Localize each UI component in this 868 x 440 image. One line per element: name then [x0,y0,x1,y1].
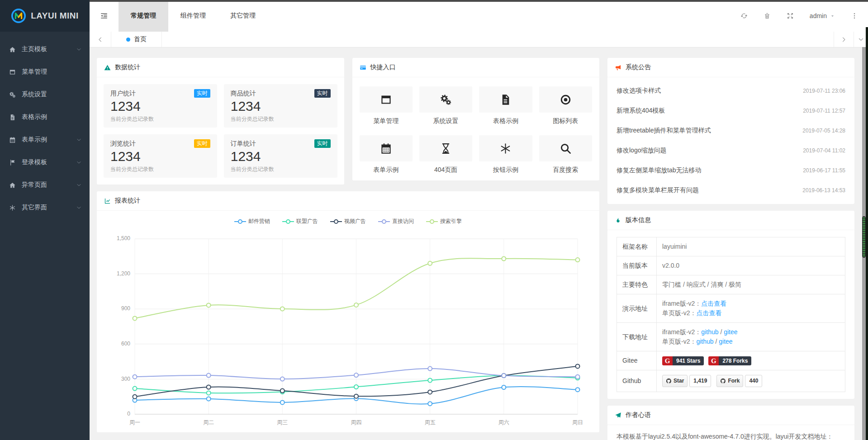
content-right-column: 系统公告 修改选项卡样式 2019-07-11 23:06新增系统404模板 2… [607,58,854,440]
module-tab-组件管理[interactable]: 组件管理 [168,0,218,32]
notice-card-title: 系统公告 [626,63,651,71]
home-icon [9,46,18,53]
sidebar-item-表格示例[interactable]: 表格示例 [0,106,90,128]
sidebar-item-表单示例[interactable]: 表单示例 [0,128,90,151]
quick-entry-表单示例[interactable]: 表单示例 [360,135,413,174]
status-badge: 实时 [314,139,331,148]
notice-date: 2019-07-11 12:57 [803,108,845,114]
layui-logo-icon [11,8,26,24]
version-row-value: v2.0.0 [657,256,845,275]
sidebar-item-label: 主页模板 [22,45,76,53]
more-menu-icon[interactable] [851,12,858,19]
gitee-badge[interactable]: G941 Stars [662,356,704,365]
quick-entry-百度搜索[interactable]: 百度搜索 [539,135,592,174]
legend-item-联盟广告[interactable]: 联盟广告 [282,218,318,225]
notice-list: 修改选项卡样式 2019-07-11 23:06新增系统404模板 2019-0… [607,77,854,204]
report-card-title: 报表统计 [115,197,140,205]
version-row-label: Gitee [617,351,657,370]
link-gitee[interactable]: gitee [724,328,737,336]
sidebar-item-label: 异常页面 [22,181,76,189]
quick-entry-card: 快捷入口 菜单管理 系统设置 表格示例 图标列表 表单示例 404页面 按钮示例… [352,58,600,180]
svg-text:周一: 周一 [129,419,140,426]
page-tab-首页[interactable]: 首页 [111,32,162,47]
caret-down-icon [830,14,835,19]
sidebar-item-登录模板[interactable]: 登录模板 [0,151,90,174]
quick-entry-菜单管理[interactable]: 菜单管理 [360,86,413,125]
notice-item[interactable]: 新增系统404模板 2019-07-11 12:57 [617,101,845,121]
link-点击查看[interactable]: 点击查看 [696,309,721,317]
sidebar-item-异常页面[interactable]: 异常页面 [0,174,90,196]
svg-text:1,200: 1,200 [117,270,130,277]
quick-entry-图标列表[interactable]: 图标列表 [539,86,592,125]
notice-item[interactable]: 新增treetable插件和菜单管理样式 2019-07-05 14:28 [617,121,845,141]
notice-item[interactable]: 修复多模块菜单栏展开有问题 2019-06-13 14:53 [617,180,845,200]
stats-card-title: 数据统计 [115,63,140,71]
legend-label: 直接访问 [392,218,414,225]
quick-entry-404页面[interactable]: 404页面 [419,135,472,174]
stat-label: 浏览统计 [110,140,136,148]
quick-card-title: 快捷入口 [370,63,396,71]
sidebar-item-主页模板[interactable]: 主页模板 [0,38,90,61]
github-badge[interactable]: Fork440 [716,375,762,387]
sidebar-item-label: 菜单管理 [22,68,81,76]
version-row-label: 当前版本 [617,256,657,275]
svg-text:周日: 周日 [572,419,583,426]
module-tab-其它管理[interactable]: 其它管理 [218,0,268,32]
legend-item-视频广告[interactable]: 视频广告 [330,218,366,225]
tabs-scroll-right-button[interactable] [834,32,854,47]
content: 数据统计 用户统计 实时 1234 当前分类总记录数商品统计 实时 1234 当… [90,47,868,440]
author-card: 作者心语 本模板基于layui2.5.4以及font-awesome-4.7.0… [607,406,854,440]
legend-item-直接访问[interactable]: 直接访问 [378,218,414,225]
github-count: 440 [745,375,762,387]
link-github[interactable]: github [696,338,713,345]
clear-cache-icon[interactable] [764,12,771,19]
link-github[interactable]: github [701,328,718,336]
svg-text:周五: 周五 [425,419,436,426]
status-badge: 实时 [194,139,210,148]
quick-entry-系统设置[interactable]: 系统设置 [419,86,472,125]
legend-item-邮件营销[interactable]: 邮件营销 [234,218,270,225]
chart-legend: 邮件营销 联盟广告 视频广告 直接访问 搜索引擎 [97,211,599,226]
link-点击查看[interactable]: 点击查看 [701,300,726,307]
active-tab-dot [126,38,130,42]
quick-entry-表格示例[interactable]: 表格示例 [479,86,532,125]
user-dropdown[interactable]: admin [810,12,835,19]
version-row-label: 下载地址 [617,323,657,351]
quick-entry-按钮示例[interactable]: 按钮示例 [479,135,532,174]
main-area: 常规管理组件管理其它管理 admin 首页 [90,0,868,440]
logo[interactable]: LAYUI MINI [0,0,90,32]
stat-value: 1234 [231,148,331,165]
link-gitee[interactable]: gitee [719,338,732,345]
svg-text:0: 0 [127,411,130,417]
notice-item[interactable]: 修改logo缩放问题 2019-07-04 11:02 [617,141,845,161]
github-badge[interactable]: Star1,419 [662,375,711,387]
chevron-down-icon [76,160,81,165]
notice-item[interactable]: 修改选项卡样式 2019-07-11 23:06 [617,81,845,101]
version-row-Github: GithubStar1,419Fork440 [617,370,845,392]
scrollbar-thumb[interactable] [862,216,866,258]
version-row-label: 框架名称 [617,237,657,256]
version-row-下载地址: 下载地址iframe版-v2：github / gitee单页版-v2：gith… [617,323,845,351]
sidebar-item-其它界面[interactable]: 其它界面 [0,196,90,219]
svg-text:600: 600 [121,341,130,347]
sidebar-item-菜单管理[interactable]: 菜单管理 [0,61,90,83]
collapse-sidebar-button[interactable] [90,0,119,32]
module-tab-常规管理[interactable]: 常规管理 [119,0,168,32]
stats-card: 数据统计 用户统计 实时 1234 当前分类总记录数商品统计 实时 1234 当… [97,58,344,185]
stat-value: 1234 [110,148,210,165]
gitee-icon: G [708,356,719,365]
legend-item-搜索引擎[interactable]: 搜索引擎 [426,218,462,225]
status-badge: 实时 [314,89,331,98]
legend-label: 视频广告 [344,218,366,225]
topbar-actions: admin [740,0,868,32]
stat-label: 用户统计 [110,90,136,98]
sidebar: LAYUI MINI 主页模板 菜单管理 系统设置 表格示例 表单示例 登录模板… [0,0,90,440]
sidebar-item-系统设置[interactable]: 系统设置 [0,83,90,106]
notice-item[interactable]: 修复左侧菜单缩放tab无法移动 2019-06-17 11:55 [617,161,845,180]
tabs-scroll-left-button[interactable] [90,32,111,47]
refresh-icon[interactable] [740,12,748,19]
svg-text:周六: 周六 [498,419,509,426]
fullscreen-icon[interactable] [787,12,794,19]
page-scrollbar[interactable] [862,47,866,440]
gitee-badge[interactable]: G278 Forks [708,356,751,365]
